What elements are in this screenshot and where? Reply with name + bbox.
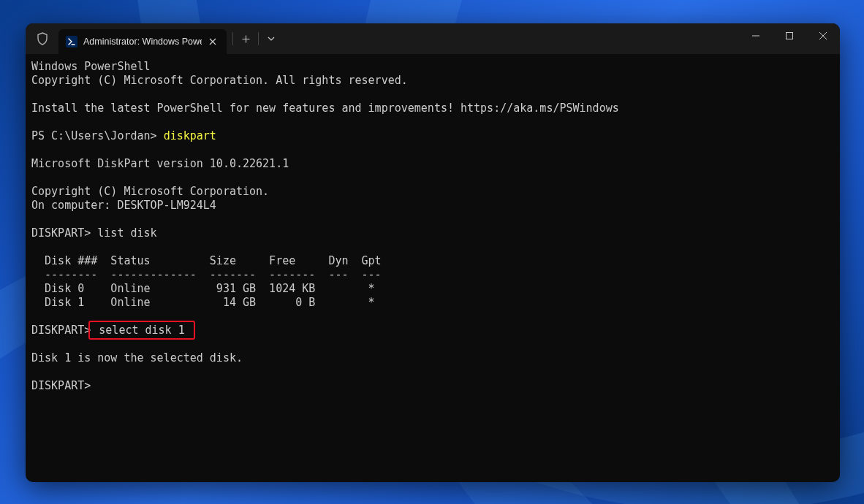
output-line: Copyright (C) Microsoft Corporation. All… — [31, 74, 408, 87]
tab-powershell[interactable]: Administrator: Windows Powe — [58, 29, 227, 54]
minimize-button[interactable] — [739, 23, 773, 48]
prompt: PS C:\Users\Jordan> — [31, 129, 164, 142]
table-row: Disk 1 Online 14 GB 0 B * — [31, 296, 375, 309]
powershell-icon — [66, 36, 77, 47]
output-line: Disk 1 is now the selected disk. — [31, 351, 243, 364]
tab-title: Administrator: Windows Powe — [83, 37, 202, 47]
titlebar[interactable]: Administrator: Windows Powe — [26, 23, 840, 54]
prompt: DISKPART> — [31, 324, 91, 337]
highlighted-command: select disk 1 — [88, 321, 194, 340]
table-row: Disk 0 Online 931 GB 1024 KB * — [31, 282, 375, 295]
prompt: DISKPART> list disk — [31, 226, 157, 240]
table-rule: -------- ------------- ------- ------- -… — [31, 268, 382, 281]
maximize-button[interactable] — [773, 23, 806, 48]
output-line: Windows PowerShell — [31, 60, 151, 73]
tab-close-button[interactable] — [206, 35, 219, 48]
shield-icon — [37, 32, 48, 45]
table-header: Disk ### Status Size Free Dyn Gpt — [31, 254, 382, 267]
terminal-output[interactable]: Windows PowerShell Copyright (C) Microso… — [26, 54, 840, 482]
new-tab-button[interactable] — [233, 27, 258, 50]
output-line: Copyright (C) Microsoft Corporation. — [31, 185, 269, 198]
tab-dropdown-button[interactable] — [259, 27, 284, 50]
terminal-window: Administrator: Windows Powe — [26, 23, 840, 482]
close-button[interactable] — [806, 23, 840, 48]
svg-rect-0 — [787, 33, 793, 39]
command-text: diskpart — [164, 129, 216, 142]
output-line: On computer: DESKTOP-LM924L4 — [31, 199, 216, 212]
output-line: Microsoft DiskPart version 10.0.22621.1 — [31, 157, 289, 170]
prompt: DISKPART> — [31, 379, 91, 392]
output-line: Install the latest PowerShell for new fe… — [31, 102, 619, 115]
